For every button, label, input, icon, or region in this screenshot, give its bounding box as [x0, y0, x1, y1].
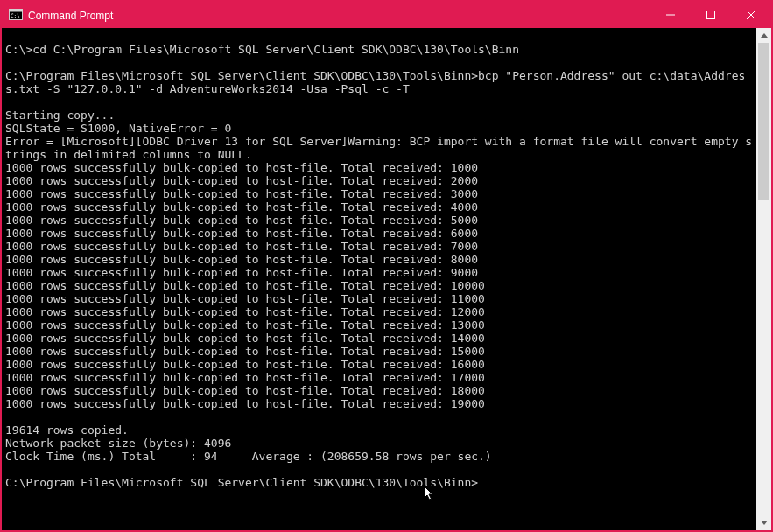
cmd-line-copy: 1000 rows successfully bulk-copied to ho…: [5, 358, 753, 371]
cmd-line-clock: Clock Time (ms.) Total : 94 Average : (2…: [5, 450, 753, 463]
cmd-line-copy: 1000 rows successfully bulk-copied to ho…: [5, 371, 753, 384]
blank-line: [5, 95, 753, 108]
scroll-down-arrow[interactable]: [756, 515, 771, 530]
content-wrap: C:\>cd C:\Program Files\Microsoft SQL Se…: [2, 28, 771, 530]
cmd-line-copy: 1000 rows successfully bulk-copied to ho…: [5, 187, 753, 200]
svg-rect-4: [707, 11, 715, 19]
cmd-line-copy: 1000 rows successfully bulk-copied to ho…: [5, 305, 753, 318]
cmd-line-copy: 1000 rows successfully bulk-copied to ho…: [5, 397, 753, 410]
cmd-line-cd: C:\>cd C:\Program Files\Microsoft SQL Se…: [5, 43, 753, 56]
scroll-track[interactable]: [756, 43, 771, 515]
blank-line: [5, 30, 753, 43]
close-button[interactable]: [731, 2, 771, 28]
cmd-line-error: Error = [Microsoft][ODBC Driver 13 for S…: [5, 135, 753, 161]
cmd-icon: C:\: [9, 8, 23, 22]
scroll-thumb[interactable]: [758, 43, 769, 200]
titlebar[interactable]: C:\ Command Prompt: [2, 2, 771, 28]
svg-text:C:\: C:\: [11, 12, 20, 18]
cmd-line-starting: Starting copy...: [5, 108, 753, 122]
blank-line: [5, 463, 753, 476]
cmd-line-copy: 1000 rows successfully bulk-copied to ho…: [5, 161, 753, 174]
terminal-output[interactable]: C:\>cd C:\Program Files\Microsoft SQL Se…: [2, 28, 756, 530]
cmd-line-copy: 1000 rows successfully bulk-copied to ho…: [5, 174, 753, 187]
blank-line: [5, 410, 753, 424]
cmd-line-copy: 1000 rows successfully bulk-copied to ho…: [5, 318, 753, 332]
scroll-up-arrow[interactable]: [756, 28, 771, 43]
cmd-line-copy: 1000 rows successfully bulk-copied to ho…: [5, 253, 753, 266]
cmd-line-copy: 1000 rows successfully bulk-copied to ho…: [5, 200, 753, 214]
cmd-line-copy: 1000 rows successfully bulk-copied to ho…: [5, 279, 753, 292]
cmd-line-copy: 1000 rows successfully bulk-copied to ho…: [5, 332, 753, 345]
cmd-line-copy: 1000 rows successfully bulk-copied to ho…: [5, 240, 753, 253]
window-title: Command Prompt: [28, 9, 113, 22]
cmd-line-packet: Network packet size (bytes): 4096: [5, 437, 753, 450]
blank-line: [5, 56, 753, 69]
cmd-line-bcp: C:\Program Files\Microsoft SQL Server\Cl…: [5, 69, 753, 95]
cmd-line-sqlstate: SQLState = S1000, NativeError = 0: [5, 122, 753, 135]
cmd-line-copy: 1000 rows successfully bulk-copied to ho…: [5, 266, 753, 279]
cmd-line-copy: 1000 rows successfully bulk-copied to ho…: [5, 214, 753, 227]
minimize-button[interactable]: [650, 2, 691, 28]
cmd-line-total: 19614 rows copied.: [5, 424, 753, 437]
scrollbar[interactable]: [756, 28, 771, 530]
cmd-line-copy: 1000 rows successfully bulk-copied to ho…: [5, 384, 753, 397]
cmd-line-prompt: C:\Program Files\Microsoft SQL Server\Cl…: [5, 476, 753, 489]
cmd-line-copy: 1000 rows successfully bulk-copied to ho…: [5, 292, 753, 305]
cmd-line-copy: 1000 rows successfully bulk-copied to ho…: [5, 227, 753, 240]
maximize-button[interactable]: [691, 2, 731, 28]
cmd-line-copy: 1000 rows successfully bulk-copied to ho…: [5, 345, 753, 358]
